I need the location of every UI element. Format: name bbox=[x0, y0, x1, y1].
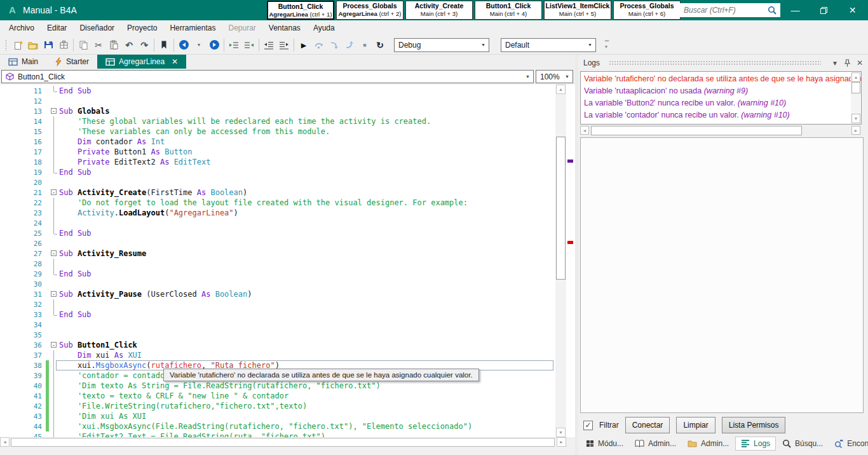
step-into-button[interactable] bbox=[327, 37, 342, 53]
editor-horizontal-scrollbar[interactable]: ◄ ► bbox=[0, 437, 566, 447]
code-line[interactable]: 45 'EditText2.Text = File.ReadString(rut… bbox=[0, 431, 555, 437]
code-line[interactable]: 43 'Dim xui As XUI bbox=[0, 411, 555, 421]
code-line[interactable]: 20 bbox=[0, 177, 555, 187]
redo-button[interactable]: ↷ bbox=[137, 37, 152, 53]
fold-collapse-icon[interactable] bbox=[49, 289, 59, 299]
code-line[interactable]: 35 bbox=[0, 330, 555, 340]
quick-tab[interactable]: Process_GlobalsMain (ctrl + 6) bbox=[613, 1, 681, 20]
code-line[interactable]: 29End Sub bbox=[0, 269, 555, 279]
log-entry[interactable]: Variable 'rutafichero' no declarada se u… bbox=[584, 73, 858, 85]
fold-collapse-icon[interactable] bbox=[49, 187, 59, 198]
quick-tab[interactable]: Activity_CreateMain (ctrl + 3) bbox=[405, 1, 473, 20]
code-line[interactable]: 23 Activity.LoadLayout("AgregarLinea") bbox=[0, 208, 555, 218]
search-box[interactable] bbox=[679, 3, 780, 17]
quick-tab[interactable]: Button1_ClickAgregarLinea (ctrl + 1) bbox=[267, 1, 334, 20]
log-list-vertical-scrollbar[interactable]: ▲ ▼ bbox=[851, 72, 860, 123]
menu-ventanas[interactable]: Ventanas bbox=[262, 22, 307, 34]
editor-tab-starter[interactable]: Starter bbox=[46, 55, 97, 69]
code-line[interactable]: 36Sub Button1_Click bbox=[0, 340, 555, 350]
new-file-button[interactable] bbox=[10, 37, 25, 53]
quick-tab[interactable]: Button1_ClickMain (ctrl + 4) bbox=[475, 1, 542, 20]
editor-tab-agregarlinea[interactable]: AgregarLinea✕ bbox=[97, 55, 186, 69]
bookmark-button[interactable] bbox=[156, 37, 172, 53]
editor-tab-main[interactable]: Main bbox=[0, 55, 46, 69]
rebuild-button[interactable]: ↻ bbox=[372, 37, 388, 53]
code-line[interactable]: 40 'Dim texto As String = File.ReadStrin… bbox=[0, 381, 555, 391]
search-input[interactable] bbox=[682, 5, 768, 15]
annotation-mark[interactable] bbox=[567, 160, 573, 163]
horizontal-scroll-thumb[interactable] bbox=[591, 126, 802, 135]
code-line[interactable]: 12 bbox=[0, 96, 555, 106]
vertical-scroll-thumb[interactable] bbox=[556, 137, 566, 280]
horizontal-scroll-thumb[interactable] bbox=[11, 438, 555, 447]
quick-tab[interactable]: Process_GlobalsAgregarLinea (ctrl + 2) bbox=[336, 1, 403, 20]
menu-ayuda[interactable]: Ayuda bbox=[307, 22, 341, 34]
log-list-horizontal-scrollbar[interactable]: ◄ ► bbox=[580, 126, 862, 135]
code-line[interactable]: 16 Dim contador As Int bbox=[0, 137, 555, 147]
indent-button[interactable] bbox=[276, 37, 292, 53]
fold-collapse-icon[interactable] bbox=[49, 248, 59, 259]
panel-tab-admin[interactable]: Admin... bbox=[682, 437, 734, 450]
code-editor[interactable]: 11End Sub1213Sub Globals14 'These global… bbox=[0, 85, 555, 437]
conectar-button[interactable]: Conectar bbox=[625, 417, 670, 433]
close-icon[interactable]: ✕ bbox=[857, 58, 863, 67]
code-line[interactable]: 11End Sub bbox=[0, 86, 555, 96]
code-line[interactable]: 21Sub Activity_Create(FirstTime As Boole… bbox=[0, 187, 555, 198]
scroll-down-arrow-icon[interactable]: ▼ bbox=[556, 428, 566, 437]
build-config-combo[interactable]: Default ▼ bbox=[501, 38, 596, 52]
lista-permisos-button[interactable]: Lista Permisos bbox=[722, 417, 786, 433]
quick-tab[interactable]: ListView1_ItemClickMain (ctrl + 5) bbox=[544, 1, 611, 20]
code-line[interactable]: 28 bbox=[0, 259, 555, 269]
code-line[interactable]: 19End Sub bbox=[0, 167, 555, 177]
build-mode-combo[interactable]: Debug ▼ bbox=[394, 38, 489, 52]
code-line[interactable]: 14 'These global variables will be redec… bbox=[0, 116, 555, 126]
toolbar-grip[interactable] bbox=[4, 39, 8, 51]
code-line[interactable]: 44 'xui.MsgboxAsync(File.ReadString(ruta… bbox=[0, 421, 555, 431]
code-line[interactable]: 25End Sub bbox=[0, 228, 555, 238]
close-button[interactable]: ✕ bbox=[838, 0, 867, 20]
chevron-down-icon[interactable]: ▼ bbox=[832, 60, 838, 67]
panel-tab-logs[interactable]: Logs bbox=[735, 437, 776, 451]
toolbar-overflow-icon[interactable]: ▔▾ bbox=[605, 42, 609, 48]
code-line[interactable]: 41 'texto = texto & CRLF & "new line " &… bbox=[0, 391, 555, 401]
menu-editar[interactable]: Editar bbox=[41, 22, 73, 34]
code-line[interactable]: 24 bbox=[0, 218, 555, 228]
code-line[interactable]: 17 Private Button1 As Button bbox=[0, 147, 555, 157]
minimize-button[interactable]: — bbox=[781, 0, 810, 20]
save-button[interactable] bbox=[41, 37, 56, 53]
menu-archivo[interactable]: Archivo bbox=[3, 22, 41, 34]
member-nav-combo[interactable]: Button1_Click ▼ bbox=[1, 70, 534, 83]
forward-button[interactable] bbox=[207, 37, 222, 53]
stop-button[interactable]: ■ bbox=[357, 37, 372, 53]
pin-icon[interactable] bbox=[844, 59, 851, 67]
run-button[interactable]: ▶ bbox=[296, 37, 311, 53]
annotation-mark[interactable] bbox=[567, 241, 573, 244]
code-line[interactable]: 34 bbox=[0, 320, 555, 330]
undo-button[interactable]: ↶ bbox=[121, 37, 137, 53]
panel-tab-encont[interactable]: Encont... bbox=[829, 437, 868, 450]
back-dropdown-button[interactable]: ▼ bbox=[191, 37, 207, 53]
log-entry[interactable]: La variable 'contador' nunca recibe un v… bbox=[584, 109, 858, 121]
scroll-right-arrow-icon[interactable]: ► bbox=[851, 126, 860, 135]
back-button[interactable] bbox=[176, 37, 191, 53]
limpiar-button[interactable]: Limpiar bbox=[676, 417, 715, 433]
code-line[interactable]: 22 'Do not forget to load the layout fil… bbox=[0, 198, 555, 208]
panel-tab-admin[interactable]: Admin... bbox=[630, 437, 681, 450]
zoom-combo[interactable]: 100% ▼ bbox=[536, 70, 573, 83]
paste-button[interactable] bbox=[106, 37, 121, 53]
menu-proyecto[interactable]: Proyecto bbox=[121, 22, 163, 34]
panel-tab-bsqu[interactable]: Búsqu... bbox=[777, 437, 828, 450]
code-line[interactable]: 27Sub Activity_Resume bbox=[0, 248, 555, 259]
code-line[interactable]: 33End Sub bbox=[0, 309, 555, 320]
scroll-right-arrow-icon[interactable]: ► bbox=[557, 437, 566, 447]
code-line[interactable]: 32 bbox=[0, 299, 555, 309]
log-entry[interactable]: Variable 'rutaaplicacion' no usada (warn… bbox=[584, 85, 858, 97]
duplicate-button[interactable] bbox=[76, 37, 91, 53]
log-message-list[interactable]: ▲ ▼ Variable 'rutafichero' no declarada … bbox=[580, 71, 862, 125]
code-line[interactable]: 30 bbox=[0, 279, 555, 289]
scroll-up-arrow-icon[interactable]: ▲ bbox=[556, 85, 566, 94]
menu-diseñador[interactable]: Diseñador bbox=[73, 22, 121, 34]
append-comment-button[interactable] bbox=[226, 37, 241, 53]
scroll-left-arrow-icon[interactable]: ◄ bbox=[0, 437, 10, 447]
code-line[interactable]: 13Sub Globals bbox=[0, 106, 555, 116]
